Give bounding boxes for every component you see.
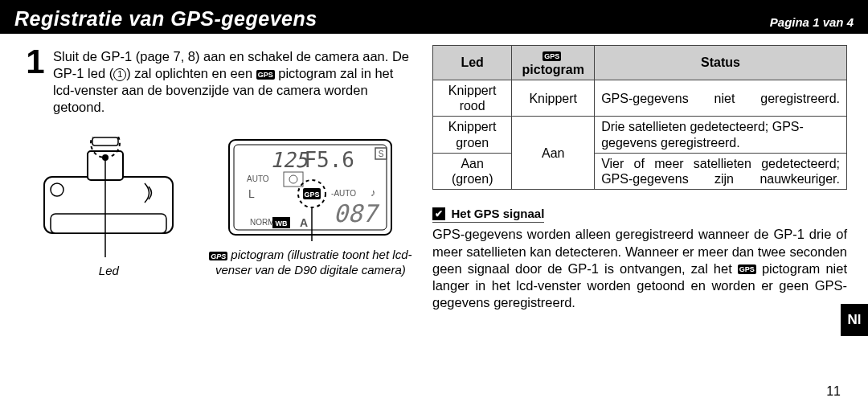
content: 1 Sluit de GP-1 (page 7, 8) aan en schak… — [0, 34, 868, 311]
table-row: Knippert groen Aan Drie satellieten gede… — [433, 117, 847, 153]
text: pictogram (illustratie toont het lcd-ven… — [215, 248, 412, 277]
step-1: 1 Sluit de GP-1 (page 7, 8) aan en schak… — [24, 45, 416, 116]
title-bar: Registratie van GPS-gegevens Pagina 1 va… — [0, 0, 868, 34]
text: ) zal oplichten en een — [126, 66, 256, 80]
cell: Vier of meer satellieten gede­tecteerd; … — [595, 153, 847, 189]
cell: Knippert rood — [433, 80, 512, 117]
page-indicator: Pagina 1 van 4 — [770, 15, 854, 31]
svg-text:087: 087 — [334, 199, 380, 228]
svg-rect-3 — [92, 137, 118, 146]
cell: Drie satellieten gedetecteerd; GPS-gegev… — [595, 117, 847, 153]
page-title: Registratie van GPS-gegevens — [14, 7, 317, 31]
table-row: Aan (groen) Vier of meer satellieten ged… — [433, 153, 847, 189]
table-row: Knippert rood Knippert GPS-gegevens niet… — [433, 80, 847, 117]
svg-text:A: A — [300, 216, 308, 229]
col-status: Status — [595, 46, 847, 80]
left-column: 1 Sluit de GP-1 (page 7, 8) aan en schak… — [24, 45, 416, 311]
col-pictogram: GPSpictogram — [512, 46, 595, 80]
step-number: 1 — [24, 45, 47, 116]
gps-icon: GPS — [542, 51, 561, 61]
check-icon: ✔ — [432, 207, 445, 220]
cell: Knippert groen — [433, 117, 512, 153]
svg-text:GPS: GPS — [305, 191, 320, 199]
svg-text:AUTO: AUTO — [247, 174, 269, 183]
note-header: ✔ Het GPS signaal — [432, 206, 544, 223]
gps-icon: GPS — [209, 252, 227, 261]
note-body: GPS-gegevens worden alleen geregistreerd… — [432, 226, 847, 311]
lcd-figure: 125 F5.6 S AUTO GPS -AUTO ♪ 087 L NORM W… — [205, 137, 416, 278]
lcd-label: GPS pictogram (illustratie toont het lcd… — [205, 248, 416, 278]
col-led: Led — [433, 46, 512, 80]
camera-illustration — [28, 137, 189, 257]
svg-text:-AUTO: -AUTO — [331, 189, 356, 198]
circled-1-icon: 1 — [113, 68, 126, 81]
step-text: Sluit de GP-1 (page 7, 8) aan en schakel… — [53, 45, 416, 116]
right-column: Led GPSpictogram Status Knippert rood Kn… — [432, 45, 847, 311]
svg-text:125: 125 — [270, 148, 309, 172]
page-number: 11 — [826, 384, 841, 399]
gps-status-table: Led GPSpictogram Status Knippert rood Kn… — [432, 45, 847, 190]
text: pictogram — [522, 63, 584, 76]
svg-text:WB: WB — [276, 219, 288, 228]
svg-rect-1 — [51, 214, 166, 233]
figure-row: Led 125 F5.6 S AUTO GPS -AUTO ♪ — [24, 137, 416, 279]
cell: Aan (groen) — [433, 153, 512, 189]
gps-icon: GPS — [738, 264, 756, 274]
led-label: Led — [24, 264, 194, 279]
cell: GPS-gegevens niet geregi­streerd. — [595, 80, 847, 117]
lcd-illustration: 125 F5.6 S AUTO GPS -AUTO ♪ 087 L NORM W… — [226, 137, 395, 241]
note-title: Het GPS signaal — [451, 207, 544, 220]
svg-text:♪: ♪ — [371, 187, 376, 199]
svg-text:S: S — [379, 150, 384, 158]
svg-text:L: L — [248, 187, 255, 200]
gps-icon: GPS — [256, 70, 275, 80]
camera-figure: Led — [24, 137, 194, 279]
cell: Knippert — [512, 80, 595, 117]
cell: Aan — [512, 117, 595, 190]
svg-point-5 — [51, 183, 63, 196]
svg-text:F5.6: F5.6 — [305, 148, 355, 172]
svg-text:NORM: NORM — [250, 218, 275, 227]
language-tab: Nl — [841, 304, 868, 336]
